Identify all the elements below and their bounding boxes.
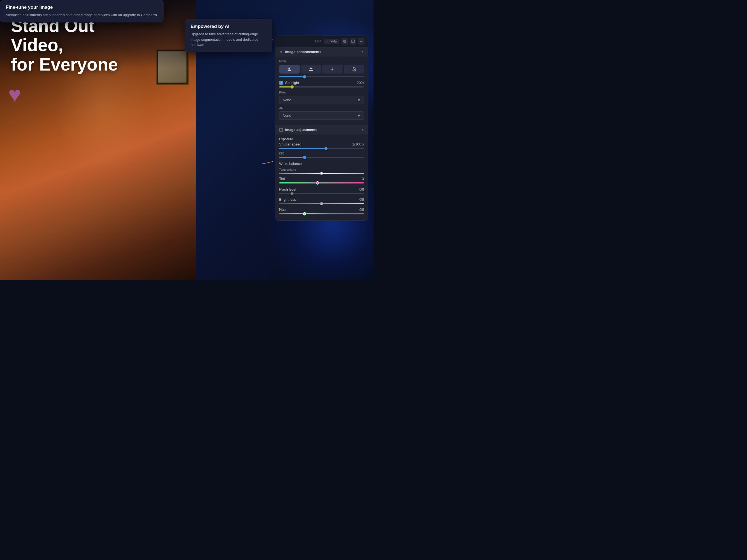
- spotlight-label: Spotlight: [285, 81, 299, 85]
- image-enhancements-header[interactable]: Image enhancements ∧: [275, 47, 368, 57]
- tint-label: Tint: [279, 177, 285, 181]
- tint-row: Tint -3: [279, 177, 364, 181]
- tooltip-finetune-card: Fine-tune your image Advanced adjustment…: [0, 0, 163, 22]
- svg-point-3: [344, 41, 345, 42]
- svg-point-6: [288, 68, 290, 69]
- flash-slider-thumb: [290, 192, 294, 195]
- mode-btn-enhance[interactable]: [322, 65, 343, 74]
- svg-point-7: [310, 68, 311, 69]
- svg-rect-12: [280, 129, 282, 131]
- tooltip-ai-text: Upgrade to take advantage of cutting-edg…: [190, 31, 266, 48]
- camera-toggle-button[interactable]: [341, 38, 348, 45]
- headline: Stand Out Video, for Everyone: [11, 17, 148, 74]
- help-button[interactable]: ? Help: [324, 39, 339, 44]
- filter-chevron: ∨: [358, 98, 360, 102]
- ar-row: AR None ∨: [279, 106, 364, 120]
- iso-label: ISO: [279, 152, 364, 155]
- hue-slider[interactable]: [279, 213, 364, 214]
- hue-slider-thumb: [303, 212, 306, 215]
- ar-label: AR: [279, 106, 364, 110]
- mode-btn-camera[interactable]: [344, 65, 364, 74]
- tooltip-ai-card: Empowered by AI Upgrade to take advantag…: [185, 19, 272, 52]
- app-panel: 2.0.8 ? Help −: [275, 35, 368, 221]
- tooltip-finetune-title: Fine-tune your image: [6, 5, 158, 10]
- window-controls: −: [341, 38, 364, 45]
- filter-dropdown[interactable]: None ∨: [279, 96, 364, 104]
- image-adjustments-header-left: Image adjustments: [279, 128, 317, 132]
- spotlight-left: ✓ Spotlight: [279, 81, 299, 85]
- shutter-label: Shutter speed: [279, 142, 301, 146]
- person-icon: [287, 67, 291, 71]
- mode-label: Mode: [279, 59, 364, 62]
- iso-slider[interactable]: [279, 157, 364, 158]
- tooltip-ai-title: Empowered by AI: [190, 24, 266, 29]
- image-adjustments-body: Exposure Shutter speed 1/100 s ISO White…: [275, 134, 368, 221]
- brightness-label: Brightness: [279, 198, 296, 202]
- ar-value: None: [283, 113, 291, 118]
- flash-level-row: Flash level Off: [279, 187, 364, 194]
- layout-button[interactable]: [350, 38, 356, 45]
- help-label: Help: [330, 40, 337, 43]
- enhancements-icon: [279, 50, 283, 54]
- white-balance-label: White balance: [279, 161, 364, 166]
- spotlight-row: ✓ Spotlight 20%: [279, 81, 364, 85]
- shutter-slider[interactable]: [279, 148, 364, 149]
- svg-rect-4: [352, 40, 353, 43]
- connector-finetune: [258, 157, 275, 168]
- filter-row: Filter None ∨: [279, 91, 364, 104]
- iso-slider-thumb: [303, 156, 306, 159]
- mode-slider-fill: [279, 76, 305, 77]
- spotlight-value: 20%: [357, 81, 364, 85]
- svg-text:?: ?: [327, 40, 328, 43]
- iso-slider-fill: [279, 157, 305, 158]
- exposure-label: Exposure: [279, 137, 364, 141]
- camera-icon: [343, 40, 346, 43]
- image-adjustments-header[interactable]: Image adjustments ∧: [275, 125, 368, 134]
- hue-header: Hue Off: [279, 207, 364, 212]
- headline-line2: for Everyone: [11, 55, 148, 74]
- mode-slider[interactable]: [279, 76, 364, 77]
- shutter-slider-thumb: [324, 147, 328, 150]
- image-enhancements-header-left: Image enhancements: [279, 50, 321, 54]
- panel-content: Image enhancements ∧ Mode: [275, 47, 368, 221]
- hue-label: Hue: [279, 207, 286, 212]
- image-enhancements-label: Image enhancements: [285, 50, 321, 54]
- group-icon: [309, 67, 313, 71]
- flash-slider[interactable]: [279, 193, 364, 194]
- image-enhancements-body: Mode: [275, 57, 368, 125]
- mode-slider-thumb: [303, 75, 306, 78]
- minimize-icon: −: [360, 40, 362, 43]
- tooltip-finetune-text: Advanced adjustments are supported on a …: [6, 12, 158, 18]
- brightness-value: Off: [359, 198, 364, 202]
- hue-row: Hue Off: [279, 207, 364, 214]
- shutter-value: 1/100 s: [352, 142, 364, 146]
- svg-point-8: [311, 68, 312, 69]
- spotlight-slider[interactable]: [279, 86, 364, 87]
- temperature-slider-thumb: [320, 172, 323, 175]
- shutter-row: Shutter speed 1/100 s: [279, 142, 364, 146]
- enhancements-chevron: ∧: [361, 50, 364, 54]
- brightness-slider[interactable]: [279, 203, 364, 204]
- svg-rect-5: [353, 40, 355, 43]
- brightness-header: Brightness Off: [279, 198, 364, 202]
- temperature-slider[interactable]: [279, 173, 364, 174]
- spotlight-checkbox[interactable]: ✓: [279, 81, 283, 85]
- heart-decoration: ♥: [8, 82, 21, 107]
- flash-level-label: Flash level: [279, 187, 296, 192]
- minimize-button[interactable]: −: [358, 38, 364, 45]
- ar-dropdown[interactable]: None ∨: [279, 111, 364, 120]
- brightness-slider-thumb: [320, 202, 323, 205]
- hue-value: Off: [359, 207, 364, 212]
- filter-label: Filter: [279, 91, 364, 94]
- svg-point-10: [353, 69, 355, 70]
- brightness-row: Brightness Off: [279, 198, 364, 204]
- temperature-label: Temperature: [279, 168, 364, 171]
- app-version: 2.0.8: [314, 40, 321, 43]
- tint-slider[interactable]: [279, 182, 364, 183]
- flash-level-header: Flash level Off: [279, 187, 364, 192]
- mode-btn-group[interactable]: [301, 65, 321, 74]
- tint-value: -3: [361, 177, 364, 181]
- ar-chevron: ∨: [358, 113, 360, 118]
- image-adjustments-label: Image adjustments: [285, 128, 317, 132]
- mode-btn-person[interactable]: [279, 65, 300, 74]
